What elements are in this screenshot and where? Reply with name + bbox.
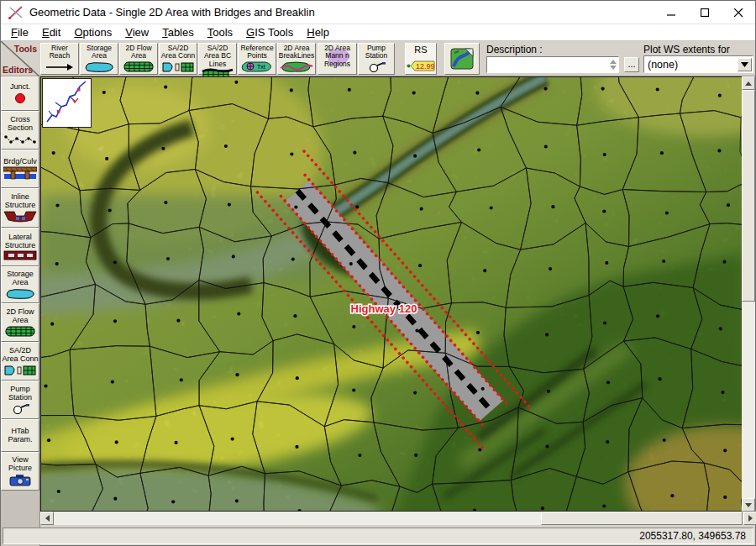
sa-2d-area-conn-button[interactable]: SA/2D Area Conn — [159, 43, 197, 75]
chevron-down-icon — [741, 62, 748, 67]
schematic-minimap — [43, 79, 92, 128]
bridge-culvert-icon — [3, 166, 37, 180]
profile-selected-value: (none) — [644, 59, 738, 71]
profile-combobox[interactable]: (none) — [643, 55, 753, 73]
arrow-left-icon — [45, 515, 50, 522]
menu-file[interactable]: File — [4, 25, 35, 39]
sidebar-item-cross-section[interactable]: Cross Section — [1, 111, 39, 150]
storage-area-icon — [4, 288, 36, 299]
sa-2d-area-conn-icon — [3, 365, 37, 375]
rs-indicator[interactable]: RS 12.99 — [405, 43, 437, 75]
pump-station-icon — [9, 403, 31, 414]
menu-help[interactable]: Help — [300, 25, 336, 39]
menu-gis-tools[interactable]: GIS Tools — [239, 25, 300, 39]
minimize-button[interactable] — [654, 1, 688, 24]
spinner-up-icon — [610, 60, 617, 64]
menu-options[interactable]: Options — [67, 25, 118, 39]
rs-tag-icon: 12.99 — [406, 60, 436, 72]
scroll-left-button[interactable] — [40, 512, 54, 525]
2d-flow-area-icon — [4, 326, 36, 337]
arrow-down-icon — [745, 503, 752, 507]
sidebar-item-2d-flow-area[interactable]: 2D Flow Area — [1, 303, 39, 342]
horizontal-scrollbar[interactable] — [40, 512, 756, 525]
lateral-structure-icon — [3, 250, 37, 260]
description-input[interactable] — [486, 56, 619, 73]
tools-label: Tools — [14, 44, 37, 54]
highway-label: Highway 120 — [351, 302, 417, 315]
cursor-coordinates: 2055317.80, 349653.78 — [639, 530, 746, 542]
geometric-data-window: Geometric Data - Single 2D Area with Bri… — [0, 0, 756, 546]
arrow-up-icon — [745, 81, 752, 86]
2d-area-mann-n-regions-button[interactable]: 2D Area Mann n Regions — [318, 43, 357, 75]
vertical-scroll-thumb[interactable] — [742, 90, 755, 302]
menu-tools[interactable]: Tools — [201, 25, 239, 39]
2d-area-breaklines-icon — [280, 61, 313, 72]
description-spinner[interactable] — [608, 58, 617, 71]
tools-editors-corner: Tools Editors — [1, 41, 39, 76]
svg-text:Txt: Txt — [257, 64, 265, 70]
arrow-right-icon — [748, 515, 753, 522]
river-reach-icon — [45, 63, 75, 72]
sidebar-item-pump-station[interactable]: Pump Station — [1, 381, 39, 419]
vertical-scrollbar[interactable] — [742, 76, 755, 512]
toolbar: Tools Editors River Reach Storage Area 2… — [1, 41, 755, 76]
maximize-button[interactable] — [688, 1, 722, 24]
junction-icon — [14, 92, 26, 104]
spinner-down-icon — [610, 66, 617, 70]
sa-2d-area-bc-lines-button[interactable]: SA/2D Area BC Lines — [198, 43, 237, 75]
pump-station-icon — [365, 61, 387, 72]
horizontal-scroll-thumb[interactable] — [541, 512, 743, 525]
sidebar-item-view-picture[interactable]: View Picture — [1, 452, 39, 491]
minimize-icon — [667, 8, 676, 18]
description-ellipsis-button[interactable]: ... — [624, 57, 639, 72]
sidebar-item-htab-param[interactable]: HTab Param. — [1, 419, 39, 452]
map-canvas[interactable]: Highway 120 — [40, 76, 743, 512]
sidebar-item-inline-structure[interactable]: Inline Structure — [1, 188, 39, 228]
scroll-up-button[interactable] — [742, 76, 755, 90]
sa-2d-area-conn-icon — [161, 61, 195, 72]
description-label: Description : — [486, 44, 543, 55]
river-reach-button[interactable]: River Reach — [40, 43, 79, 75]
menu-view[interactable]: View — [118, 25, 155, 39]
window-title: Geometric Data - Single 2D Area with Bri… — [29, 6, 315, 18]
sidebar-item-sa-2d-area-conn[interactable]: SA/2D Area Conn — [1, 342, 39, 381]
storage-area-icon — [83, 61, 115, 72]
inline-structure-icon — [3, 210, 37, 223]
menu-tables[interactable]: Tables — [155, 25, 201, 39]
close-button[interactable] — [722, 1, 755, 24]
reference-points-button[interactable]: Reference Points Txt — [238, 43, 276, 75]
editors-label: Editors — [3, 65, 33, 75]
gis-tools-button[interactable] — [444, 43, 480, 75]
gis-map-icon — [450, 48, 474, 70]
menu-bar: File Edit Options View Tables Tools GIS … — [1, 24, 755, 41]
2d-flow-area-button[interactable]: 2D Flow Area — [119, 43, 158, 75]
title-bar: Geometric Data - Single 2D Area with Bri… — [1, 1, 755, 24]
scroll-right-button[interactable] — [743, 512, 756, 525]
storage-area-button[interactable]: Storage Area — [80, 43, 118, 75]
pump-station-button[interactable]: Pump Station — [358, 43, 395, 75]
2d-flow-area-icon — [123, 61, 155, 72]
terrain-map: Highway 120 — [41, 77, 743, 512]
scroll-down-button[interactable] — [742, 498, 755, 512]
svg-text:12.99: 12.99 — [416, 62, 435, 71]
sidebar-item-junction[interactable]: Junct. — [1, 76, 39, 111]
reference-points-icon: Txt — [240, 60, 274, 72]
status-bar: 2055317.80, 349653.78 — [3, 528, 753, 544]
app-icon — [8, 5, 24, 20]
cross-section-icon — [4, 134, 36, 144]
sidebar-item-bridge-culvert[interactable]: Brdg/Culv — [1, 150, 39, 188]
menu-edit[interactable]: Edit — [35, 25, 67, 39]
editors-sidebar: Junct. Cross Section Brdg/Culv Inline St… — [1, 76, 40, 546]
2d-area-breaklines-button[interactable]: 2D Area BreakLines — [277, 43, 316, 75]
maximize-icon — [701, 8, 710, 18]
sidebar-item-lateral-structure[interactable]: Lateral Structure — [1, 228, 39, 266]
profile-dropdown-button[interactable] — [738, 58, 752, 71]
close-icon — [734, 8, 743, 18]
sidebar-item-storage-area[interactable]: Storage Area — [1, 266, 39, 303]
camera-icon — [9, 474, 31, 486]
